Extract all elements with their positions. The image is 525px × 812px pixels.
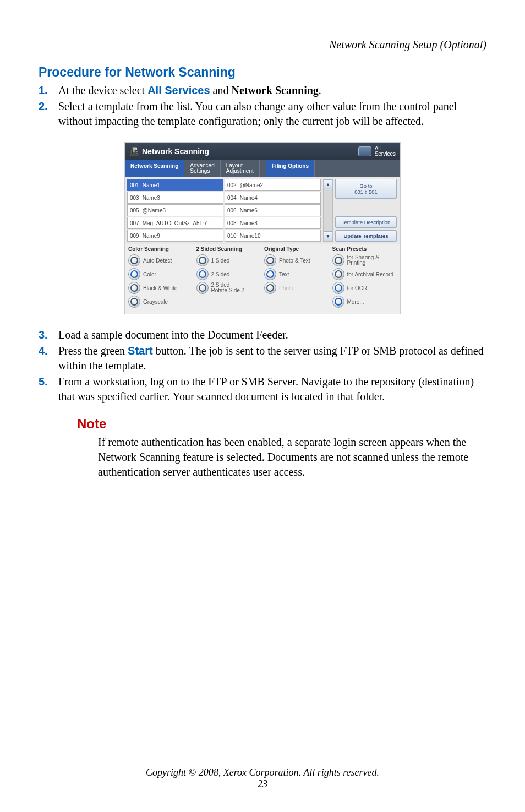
options-area: Color Scanning Auto Detect Color Black &… (125, 244, 400, 314)
template-item[interactable]: 006Name6 (225, 204, 321, 216)
radio-icon (332, 268, 344, 280)
template-id: 010 (227, 233, 237, 239)
radio-icon (128, 282, 140, 294)
scan-presets-col: Scan Presets for Sharing & Printing for … (332, 246, 397, 309)
radio-icon (264, 268, 276, 280)
template-name: Name8 (240, 220, 258, 226)
step-1: 1. At the device select All Services and… (39, 83, 486, 98)
two-sided-col: 2 Sided Scanning 1 Sided 2 Sided 2 Sided… (196, 246, 261, 309)
all-services-link: All Services (147, 84, 210, 96)
col-heading: Original Type (264, 246, 329, 252)
col-heading: Scan Presets (332, 246, 397, 252)
option-label: for Sharing & Printing (347, 255, 379, 266)
tab-advanced-settings[interactable]: Advanced Settings (184, 160, 220, 177)
start-button-text: Start (128, 345, 153, 357)
template-item[interactable]: 001Name1 (127, 179, 223, 191)
right-button-column: Go to 001 ↕ 501 Template Description Upd… (334, 177, 400, 244)
option-label: Auto Detect (143, 258, 172, 264)
network-scanning-screenshot: 📠 Network Scanning All Services Network … (124, 142, 401, 314)
preset-more[interactable]: More... (332, 296, 397, 308)
template-id: 007 (130, 220, 139, 226)
text: . (319, 84, 321, 96)
template-name: Name6 (240, 208, 258, 214)
goto-range: 001 ↕ 501 (338, 189, 394, 195)
template-item[interactable]: 008Name8 (225, 217, 321, 229)
template-item[interactable]: 003Name3 (127, 192, 223, 204)
radio-icon (196, 254, 209, 266)
step-5: 5. From a workstation, log on to the FTP… (39, 374, 486, 404)
col-heading: Color Scanning (128, 246, 193, 252)
template-name: @Name5 (143, 208, 166, 214)
template-item[interactable]: 009Name9 (127, 230, 223, 242)
color-scanning-col: Color Scanning Auto Detect Color Black &… (128, 246, 193, 309)
note-body: If remote authentication has been enable… (98, 435, 486, 479)
radio-icon (128, 296, 140, 308)
page-footer: Copyright © 2008, Xerox Corporation. All… (39, 767, 486, 790)
template-item[interactable]: 004Name4 (225, 192, 321, 204)
template-columns: 001Name1 003Name3 005@Name5 007Mag_AUTO_… (125, 177, 323, 244)
template-item[interactable]: 005@Name5 (127, 204, 223, 216)
section-heading: Procedure for Network Scanning (39, 65, 486, 80)
template-item[interactable]: 010Name10 (225, 230, 321, 242)
radio-icon (264, 282, 276, 294)
option-2sided[interactable]: 2 Sided (196, 268, 261, 280)
step-3: 3. Load a sample document into the Docum… (39, 328, 486, 342)
tab-layout-adjustment[interactable]: Layout Adjustment (221, 160, 260, 177)
goto-label: Go to (338, 183, 394, 189)
option-2sided-rotate[interactable]: 2 Sided Rotate Side 2 (196, 282, 261, 294)
goto-button[interactable]: Go to 001 ↕ 501 (335, 179, 397, 199)
option-color[interactable]: Color (128, 268, 193, 280)
update-templates-button[interactable]: Update Templates (335, 230, 397, 242)
scrollbar[interactable]: ▲ ▼ (323, 179, 333, 242)
text: At the device select (58, 84, 147, 96)
option-label: Photo (279, 285, 293, 291)
option-1sided[interactable]: 1 Sided (196, 254, 261, 266)
template-id: 006 (227, 208, 237, 214)
option-text[interactable]: Text (264, 268, 329, 280)
option-grayscale[interactable]: Grayscale (128, 296, 193, 308)
step-body: Load a sample document into the Document… (58, 328, 486, 342)
template-id: 001 (130, 182, 139, 188)
note-heading: Note (77, 416, 486, 432)
window-title: Network Scanning (142, 147, 209, 156)
option-photo[interactable]: Photo (264, 282, 329, 294)
template-item[interactable]: 007Mag_AUTO_OutSz_A5L:7 (127, 217, 223, 229)
template-id: 002 (227, 182, 237, 188)
preset-sharing[interactable]: for Sharing & Printing (332, 254, 397, 266)
scroll-up-button[interactable]: ▲ (324, 179, 332, 189)
all-services-label[interactable]: All Services (375, 146, 396, 157)
template-name: Name9 (143, 233, 160, 239)
template-description-button[interactable]: Template Description (335, 216, 397, 228)
template-list-area: 001Name1 003Name3 005@Name5 007Mag_AUTO_… (125, 177, 400, 244)
tab-network-scanning[interactable]: Network Scanning (125, 160, 184, 177)
option-label: 2 Sided (211, 271, 230, 277)
preset-archival[interactable]: for Archival Record (332, 268, 397, 280)
option-photo-text[interactable]: Photo & Text (264, 254, 329, 266)
radio-icon (264, 254, 276, 266)
template-item[interactable]: 002@Name2 (225, 179, 321, 191)
option-label: 2 Sided Rotate Side 2 (211, 282, 245, 294)
step-4: 4. Press the green Start button. The job… (39, 344, 486, 373)
scroll-down-button[interactable]: ▼ (324, 231, 332, 241)
option-bw[interactable]: Black & White (128, 282, 193, 294)
scanning-icon: 📠 (129, 147, 139, 156)
copyright: Copyright © 2008, Xerox Corporation. All… (39, 767, 486, 778)
option-label: for Archival Record (347, 271, 393, 277)
original-type-col: Original Type Photo & Text Text Photo (264, 246, 329, 309)
all-services-icon[interactable] (358, 146, 371, 156)
step-body: From a workstation, log on to the FTP or… (58, 374, 486, 404)
template-name: Name10 (240, 233, 261, 239)
option-label: for OCR (347, 285, 368, 291)
preset-ocr[interactable]: for OCR (332, 282, 397, 294)
radio-icon (128, 254, 140, 266)
template-name: Name1 (143, 182, 160, 188)
tab-filing-options[interactable]: Filing Options (266, 160, 315, 177)
template-id: 004 (227, 195, 237, 201)
option-label: Text (279, 271, 289, 277)
template-name: Name4 (240, 195, 258, 201)
option-auto-detect[interactable]: Auto Detect (128, 254, 193, 266)
step-number: 5. (39, 374, 58, 404)
radio-icon (332, 282, 344, 294)
text: and (210, 84, 232, 96)
template-id: 009 (130, 233, 139, 239)
